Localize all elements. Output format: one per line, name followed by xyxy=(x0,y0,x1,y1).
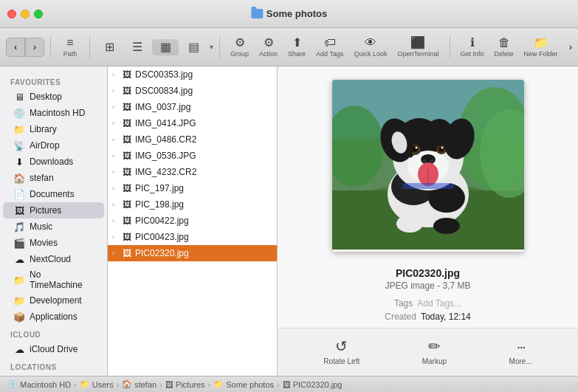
view-icon-grid[interactable]: ⊞ xyxy=(96,39,123,55)
sidebar-item-applications[interactable]: 📦 Applications xyxy=(3,309,104,325)
group-button[interactable]: ⚙ Group xyxy=(226,35,253,60)
delete-button[interactable]: 🗑 Delete xyxy=(490,35,518,60)
separator: › xyxy=(116,380,119,389)
sidebar-item-library[interactable]: 📁 Library xyxy=(3,121,104,137)
sidebar-item-desktop[interactable]: 🖥 Desktop xyxy=(3,89,104,105)
chevron-icon: › xyxy=(112,87,114,94)
pictures-icon: 🖼 xyxy=(165,380,173,389)
window-title: Some photos xyxy=(251,8,327,19)
more-icon: ··· xyxy=(517,338,525,355)
file-row[interactable]: › 🖼 DSC00834.jpg xyxy=(108,83,277,99)
pictures-icon: 🖼 xyxy=(13,204,25,216)
close-button[interactable] xyxy=(7,10,16,18)
get-info-button[interactable]: ℹ Get Info xyxy=(456,35,489,60)
file-row[interactable]: › 🖼 PIC_197.jpg xyxy=(108,180,277,196)
open-terminal-button[interactable]: ⬛ OpenTerminal xyxy=(393,35,443,60)
column-icon: ▦ xyxy=(160,41,171,53)
add-tags-button[interactable]: 🏷 Add Tags xyxy=(312,35,348,60)
sidebar-item-pictures[interactable]: 🖼 Pictures xyxy=(3,202,104,219)
file-row[interactable]: › 🖼 IMG_0536.JPG xyxy=(108,148,277,164)
file-icon: 🖼 xyxy=(123,248,131,258)
sidebar-item-icloud-drive[interactable]: ☁ iCloud Drive xyxy=(3,341,104,357)
breadcrumb-file[interactable]: 🖼 PIC02320.jpg xyxy=(283,380,343,389)
file-icon: 🖼 xyxy=(123,102,131,112)
view-icon-column[interactable]: ▦ xyxy=(152,39,179,55)
tags-label: Tags xyxy=(394,298,413,309)
file-row[interactable]: › 🖼 IMG_0486.CR2 xyxy=(108,131,277,148)
sidebar-item-movies[interactable]: 🎬 Movies xyxy=(3,235,104,251)
svg-point-21 xyxy=(415,146,417,148)
maximize-button[interactable] xyxy=(34,10,43,18)
file-name: PIC00422.jpg xyxy=(135,216,271,226)
file-row-selected[interactable]: › 🖼 PIC02320.jpg xyxy=(108,245,277,261)
delete-label: Delete xyxy=(495,50,514,58)
sidebar-label-movies: Movies xyxy=(30,238,58,248)
minimize-button[interactable] xyxy=(21,10,30,18)
path-label: Path xyxy=(63,50,78,58)
file-row[interactable]: › 🖼 PIC_198.jpg xyxy=(108,196,277,213)
list-icon: ☰ xyxy=(132,41,142,53)
stefan-icon: 🏠 xyxy=(13,172,25,184)
sidebar-label-applications: Applications xyxy=(30,312,78,322)
file-row[interactable]: › 🖼 PIC00423.jpg xyxy=(108,229,277,245)
back-button[interactable]: ‹ xyxy=(6,38,25,57)
breadcrumb-some-photos[interactable]: 📁 Some photos xyxy=(213,379,274,389)
action-button[interactable]: ⚙ Action xyxy=(255,35,282,60)
file-icon: 🖼 xyxy=(123,134,131,145)
sidebar-item-nextcloud[interactable]: ☁ NextCloud xyxy=(3,251,104,267)
view-icon-gallery[interactable]: ▤ xyxy=(180,39,207,55)
quick-look-button[interactable]: 👁 Quick Look xyxy=(349,35,391,60)
separator: › xyxy=(159,380,162,389)
traffic-lights xyxy=(7,10,43,18)
more-label: More... xyxy=(509,357,532,365)
main-area: Favourites 🖥 Desktop 💿 Macintosh HD 📁 Li… xyxy=(0,66,578,376)
svg-point-22 xyxy=(441,146,443,148)
separator-1 xyxy=(50,36,51,58)
more-button[interactable]: ··· More... xyxy=(503,335,538,368)
file-row xyxy=(108,261,277,278)
share-icon: ⬆ xyxy=(292,37,302,49)
share-button[interactable]: ⬆ Share xyxy=(283,35,310,60)
favourites-header: Favourites xyxy=(0,72,107,89)
breadcrumb-macintosh-hd[interactable]: 💿 Macintosh HD xyxy=(7,379,71,389)
rotate-left-button[interactable]: ↺ Rotate Left xyxy=(317,334,365,368)
breadcrumb-users[interactable]: 📁 Users xyxy=(80,379,114,389)
sidebar-label-pictures: Pictures xyxy=(30,205,61,216)
sidebar-item-downloads[interactable]: ⬇ Downloads xyxy=(3,154,104,170)
preview-filetype: JPEG image - 3,7 MB xyxy=(385,281,470,291)
rotate-left-icon: ↺ xyxy=(335,337,348,355)
file-row[interactable]: › 🖼 IMG_0037.jpg xyxy=(108,99,277,115)
breadcrumb-pictures[interactable]: 🖼 Pictures xyxy=(165,380,205,389)
sidebar-item-music[interactable]: 🎵 Music xyxy=(3,219,104,235)
sidebar-label-no-time-machine: No TimeMachine xyxy=(30,269,94,290)
forward-button[interactable]: › xyxy=(25,38,44,57)
file-row[interactable]: › 🖼 IMG_4232.CR2 xyxy=(108,164,277,180)
file-row[interactable]: › 🖼 IMG_0414.JPG xyxy=(108,115,277,131)
sidebar-item-macintosh-hd[interactable]: 💿 Macintosh HD xyxy=(3,105,104,121)
markup-button[interactable]: ✏ Markup xyxy=(416,334,453,368)
title-bar: Some photos xyxy=(0,0,578,28)
sidebar-item-airdrop[interactable]: 📡 AirDrop xyxy=(3,137,104,154)
chevron-icon: › xyxy=(112,217,114,224)
view-icon-list[interactable]: ☰ xyxy=(124,39,151,55)
tags-value[interactable]: Add Tags... xyxy=(417,298,461,309)
tag-icon: 🏷 xyxy=(324,37,336,49)
breadcrumb-stefan[interactable]: 🏠 stefan xyxy=(122,379,156,389)
sidebar-item-documents[interactable]: 📄 Documents xyxy=(3,186,104,202)
airdrop-icon: 📡 xyxy=(13,140,25,151)
sidebar-label-documents: Documents xyxy=(30,189,75,199)
path-button[interactable]: ≡ Path xyxy=(57,35,83,60)
file-row[interactable]: › 🖼 PIC00422.jpg xyxy=(108,213,277,229)
file-name: IMG_0486.CR2 xyxy=(135,134,271,145)
file-row[interactable]: › 🖼 DSC00353.jpg xyxy=(108,66,277,83)
sidebar-item-no-time-machine[interactable]: 📁 No TimeMachine xyxy=(3,267,104,292)
sidebar-item-stefan[interactable]: 🏠 stefan xyxy=(3,170,104,186)
toolbar: ‹ › ≡ Path ⊞ ☰ ▦ ▤ ▾ ⚙ Group ⚙ Action ⬆ … xyxy=(0,28,578,66)
new-folder-button[interactable]: 📁 New Folder xyxy=(520,35,562,60)
chevron-icon: › xyxy=(112,233,114,241)
file-icon: 🖼 xyxy=(123,86,131,96)
sidebar-label-development: Development xyxy=(30,295,82,306)
path-icon: ≡ xyxy=(66,37,73,49)
sidebar-item-development[interactable]: 📁 Development xyxy=(3,292,104,309)
terminal-icon: ⬛ xyxy=(410,37,425,49)
